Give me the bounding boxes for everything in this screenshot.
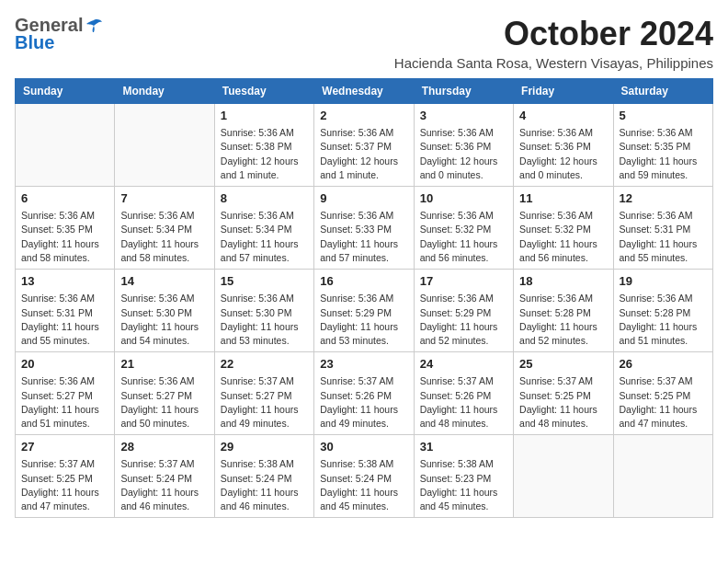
- day-info: Sunrise: 5:38 AM Sunset: 5:24 PM Dayligh…: [320, 457, 407, 513]
- day-number: 25: [519, 356, 607, 373]
- day-info: Sunrise: 5:38 AM Sunset: 5:23 PM Dayligh…: [420, 457, 507, 513]
- calendar-cell: 19Sunrise: 5:36 AM Sunset: 5:28 PM Dayli…: [613, 270, 712, 352]
- day-info: Sunrise: 5:37 AM Sunset: 5:25 PM Dayligh…: [620, 374, 707, 431]
- calendar-cell: 15Sunrise: 5:36 AM Sunset: 5:30 PM Dayli…: [214, 270, 313, 352]
- day-number: 6: [21, 190, 108, 207]
- day-info: Sunrise: 5:36 AM Sunset: 5:36 PM Dayligh…: [420, 126, 507, 182]
- calendar-week-row: 27Sunrise: 5:37 AM Sunset: 5:25 PM Dayli…: [16, 435, 713, 518]
- weekday-header-row: SundayMondayTuesdayWednesdayThursdayFrid…: [16, 79, 713, 104]
- weekday-header-thursday: Thursday: [414, 79, 513, 104]
- day-info: Sunrise: 5:37 AM Sunset: 5:26 PM Dayligh…: [420, 374, 507, 431]
- title-area: October 2024 Hacienda Santa Rosa, Wester…: [394, 15, 713, 71]
- calendar-cell: [514, 435, 613, 518]
- weekday-header-friday: Friday: [514, 79, 613, 104]
- day-number: 24: [420, 356, 507, 373]
- calendar-cell: 25Sunrise: 5:37 AM Sunset: 5:25 PM Dayli…: [514, 352, 613, 435]
- day-info: Sunrise: 5:36 AM Sunset: 5:29 PM Dayligh…: [320, 292, 407, 348]
- calendar-week-row: 20Sunrise: 5:36 AM Sunset: 5:27 PM Dayli…: [16, 352, 713, 435]
- day-number: 28: [120, 439, 208, 455]
- day-number: 21: [120, 356, 208, 373]
- calendar-cell: 29Sunrise: 5:38 AM Sunset: 5:24 PM Dayli…: [214, 435, 313, 518]
- day-info: Sunrise: 5:36 AM Sunset: 5:31 PM Dayligh…: [21, 292, 108, 348]
- day-info: Sunrise: 5:37 AM Sunset: 5:25 PM Dayligh…: [519, 374, 607, 431]
- calendar-cell: 20Sunrise: 5:36 AM Sunset: 5:27 PM Dayli…: [16, 352, 115, 435]
- calendar-cell: 18Sunrise: 5:36 AM Sunset: 5:28 PM Dayli…: [514, 270, 613, 352]
- calendar-cell: 11Sunrise: 5:36 AM Sunset: 5:32 PM Dayli…: [514, 187, 613, 270]
- day-number: 1: [221, 108, 308, 124]
- calendar-cell: 4Sunrise: 5:36 AM Sunset: 5:36 PM Daylig…: [514, 104, 613, 187]
- day-info: Sunrise: 5:36 AM Sunset: 5:30 PM Dayligh…: [221, 292, 308, 348]
- day-info: Sunrise: 5:36 AM Sunset: 5:34 PM Dayligh…: [221, 209, 308, 265]
- month-title: October 2024: [394, 15, 713, 53]
- calendar-cell: 1Sunrise: 5:36 AM Sunset: 5:38 PM Daylig…: [214, 104, 313, 187]
- day-number: 30: [320, 439, 407, 455]
- day-number: 15: [221, 273, 308, 290]
- day-number: 17: [420, 273, 507, 290]
- calendar-cell: 17Sunrise: 5:36 AM Sunset: 5:29 PM Dayli…: [414, 270, 513, 352]
- day-info: Sunrise: 5:37 AM Sunset: 5:26 PM Dayligh…: [320, 374, 407, 431]
- calendar-table: SundayMondayTuesdayWednesdayThursdayFrid…: [15, 78, 713, 518]
- calendar-cell: 24Sunrise: 5:37 AM Sunset: 5:26 PM Dayli…: [414, 352, 513, 435]
- day-number: 3: [420, 108, 507, 124]
- day-info: Sunrise: 5:36 AM Sunset: 5:30 PM Dayligh…: [120, 292, 208, 348]
- day-info: Sunrise: 5:37 AM Sunset: 5:24 PM Dayligh…: [120, 457, 208, 513]
- day-number: 22: [221, 356, 308, 373]
- day-info: Sunrise: 5:36 AM Sunset: 5:27 PM Dayligh…: [120, 374, 208, 431]
- day-info: Sunrise: 5:36 AM Sunset: 5:37 PM Dayligh…: [320, 126, 407, 182]
- day-number: 2: [320, 108, 407, 124]
- weekday-header-sunday: Sunday: [16, 79, 115, 104]
- day-info: Sunrise: 5:36 AM Sunset: 5:32 PM Dayligh…: [519, 209, 607, 265]
- day-number: 29: [221, 439, 308, 455]
- day-number: 19: [620, 273, 707, 290]
- calendar-cell: 7Sunrise: 5:36 AM Sunset: 5:34 PM Daylig…: [115, 187, 214, 270]
- day-number: 26: [620, 356, 707, 373]
- calendar-cell: [613, 435, 712, 518]
- day-number: 16: [320, 273, 407, 290]
- day-number: 5: [620, 108, 707, 124]
- day-info: Sunrise: 5:36 AM Sunset: 5:32 PM Dayligh…: [420, 209, 507, 265]
- weekday-header-saturday: Saturday: [613, 79, 712, 104]
- calendar-cell: 30Sunrise: 5:38 AM Sunset: 5:24 PM Dayli…: [314, 435, 414, 518]
- calendar-cell: 23Sunrise: 5:37 AM Sunset: 5:26 PM Dayli…: [314, 352, 414, 435]
- day-number: 20: [21, 356, 108, 373]
- weekday-header-tuesday: Tuesday: [214, 79, 313, 104]
- calendar-cell: 16Sunrise: 5:36 AM Sunset: 5:29 PM Dayli…: [314, 270, 414, 352]
- calendar-cell: 3Sunrise: 5:36 AM Sunset: 5:36 PM Daylig…: [414, 104, 513, 187]
- day-info: Sunrise: 5:36 AM Sunset: 5:35 PM Dayligh…: [620, 126, 707, 182]
- day-number: 9: [320, 190, 407, 207]
- day-info: Sunrise: 5:37 AM Sunset: 5:27 PM Dayligh…: [221, 374, 308, 431]
- calendar-week-row: 13Sunrise: 5:36 AM Sunset: 5:31 PM Dayli…: [16, 270, 713, 352]
- calendar-cell: 12Sunrise: 5:36 AM Sunset: 5:31 PM Dayli…: [613, 187, 712, 270]
- day-number: 27: [21, 439, 108, 455]
- calendar-cell: 31Sunrise: 5:38 AM Sunset: 5:23 PM Dayli…: [414, 435, 513, 518]
- calendar-cell: 5Sunrise: 5:36 AM Sunset: 5:35 PM Daylig…: [613, 104, 712, 187]
- day-info: Sunrise: 5:36 AM Sunset: 5:28 PM Dayligh…: [519, 292, 607, 348]
- day-number: 13: [21, 273, 108, 290]
- day-info: Sunrise: 5:36 AM Sunset: 5:35 PM Dayligh…: [21, 209, 108, 265]
- calendar-cell: 2Sunrise: 5:36 AM Sunset: 5:37 PM Daylig…: [314, 104, 414, 187]
- day-info: Sunrise: 5:37 AM Sunset: 5:25 PM Dayligh…: [21, 457, 108, 513]
- day-number: 23: [320, 356, 407, 373]
- day-number: 10: [420, 190, 507, 207]
- day-number: 11: [519, 190, 607, 207]
- day-info: Sunrise: 5:36 AM Sunset: 5:31 PM Dayligh…: [620, 209, 707, 265]
- calendar-cell: 26Sunrise: 5:37 AM Sunset: 5:25 PM Dayli…: [613, 352, 712, 435]
- day-info: Sunrise: 5:36 AM Sunset: 5:29 PM Dayligh…: [420, 292, 507, 348]
- calendar-cell: 21Sunrise: 5:36 AM Sunset: 5:27 PM Dayli…: [115, 352, 214, 435]
- day-info: Sunrise: 5:36 AM Sunset: 5:34 PM Dayligh…: [120, 209, 208, 265]
- day-info: Sunrise: 5:36 AM Sunset: 5:27 PM Dayligh…: [21, 374, 108, 431]
- logo-blue: Blue: [15, 32, 54, 53]
- weekday-header-monday: Monday: [115, 79, 214, 104]
- calendar-week-row: 6Sunrise: 5:36 AM Sunset: 5:35 PM Daylig…: [16, 187, 713, 270]
- day-number: 4: [519, 108, 607, 124]
- logo-area: General Blue: [15, 15, 103, 53]
- calendar-cell: 8Sunrise: 5:36 AM Sunset: 5:34 PM Daylig…: [214, 187, 313, 270]
- calendar-cell: 28Sunrise: 5:37 AM Sunset: 5:24 PM Dayli…: [115, 435, 214, 518]
- calendar-cell: 22Sunrise: 5:37 AM Sunset: 5:27 PM Dayli…: [214, 352, 313, 435]
- calendar-cell: 10Sunrise: 5:36 AM Sunset: 5:32 PM Dayli…: [414, 187, 513, 270]
- weekday-header-wednesday: Wednesday: [314, 79, 414, 104]
- calendar-cell: 13Sunrise: 5:36 AM Sunset: 5:31 PM Dayli…: [16, 270, 115, 352]
- logo-bird-icon: [85, 18, 103, 33]
- day-number: 7: [120, 190, 208, 207]
- calendar-week-row: 1Sunrise: 5:36 AM Sunset: 5:38 PM Daylig…: [16, 104, 713, 187]
